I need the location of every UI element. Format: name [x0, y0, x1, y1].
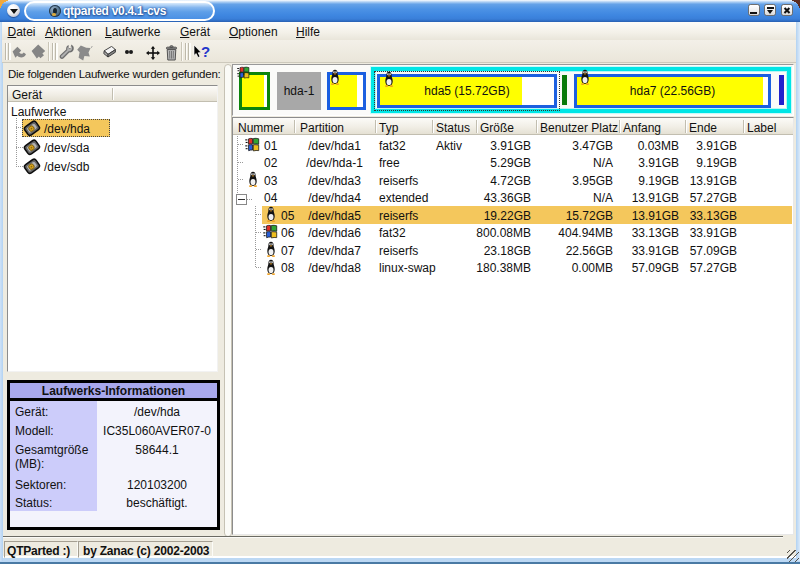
- svg-text:?: ?: [201, 44, 210, 60]
